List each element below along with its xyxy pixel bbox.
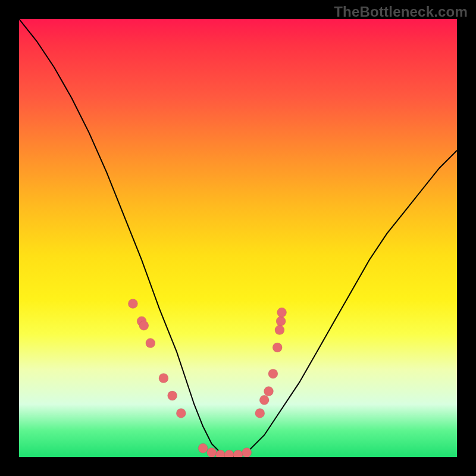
data-point <box>146 339 155 348</box>
data-point <box>233 450 243 457</box>
data-point <box>224 450 234 457</box>
data-point <box>273 343 282 352</box>
data-point <box>264 387 274 396</box>
data-point <box>198 443 208 453</box>
data-point <box>216 450 226 457</box>
bottleneck-curve <box>19 19 457 457</box>
data-point <box>139 321 149 330</box>
data-point <box>168 391 177 400</box>
data-point <box>128 299 137 308</box>
watermark-text: TheBottleneck.com <box>334 4 468 20</box>
data-point <box>275 325 284 335</box>
data-point <box>277 308 287 317</box>
plot-area <box>19 19 457 457</box>
data-point <box>176 408 186 418</box>
data-point <box>276 317 286 326</box>
data-point <box>242 448 252 457</box>
data-point <box>207 448 217 457</box>
data-point <box>255 408 265 418</box>
data-point <box>159 374 168 383</box>
data-points-group <box>128 299 286 457</box>
data-point <box>268 369 278 378</box>
chart-svg <box>19 19 457 457</box>
chart-stage: TheBottleneck.com <box>0 0 476 476</box>
data-point <box>259 395 269 405</box>
